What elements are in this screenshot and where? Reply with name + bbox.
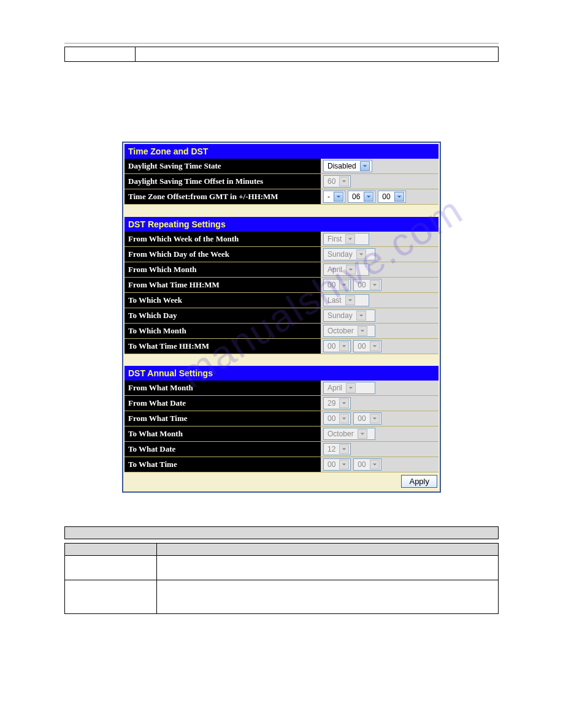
- select-from-month: April: [323, 264, 369, 276]
- settings-panel: Time Zone and DST Daylight Saving Time S…: [122, 142, 441, 493]
- select-from-time-hh-value: 00: [325, 281, 337, 289]
- label-from-week: From Which Week of the Month: [124, 232, 321, 247]
- select-to-week-value: Last: [325, 296, 343, 305]
- chevron-down-icon: [339, 176, 349, 186]
- chevron-down-icon: [370, 414, 380, 423]
- chevron-down-icon: [339, 414, 349, 423]
- chevron-down-icon: [339, 460, 349, 469]
- select-tz-mm[interactable]: 00: [378, 191, 405, 203]
- select-ann-to-date: 12: [323, 443, 351, 455]
- select-to-day-value: Sunday: [325, 311, 354, 320]
- chevron-down-icon: [356, 249, 366, 259]
- chevron-down-icon: [394, 192, 404, 202]
- select-ann-from-time-hh-value: 00: [325, 414, 337, 423]
- select-from-week: First: [323, 233, 369, 245]
- select-to-day: Sunday: [323, 309, 375, 322]
- chevron-down-icon: [339, 341, 349, 351]
- select-to-time-mm-value: 00: [355, 342, 367, 351]
- label-to-month: To Which Month: [124, 323, 321, 338]
- label-from-month: From Which Month: [124, 262, 321, 277]
- select-from-time-mm-value: 00: [355, 281, 367, 289]
- select-dst-offset: 60: [323, 175, 351, 188]
- select-ann-from-time-hh: 00: [323, 412, 351, 425]
- chevron-down-icon: [339, 398, 349, 408]
- select-from-day-value: Sunday: [325, 250, 354, 259]
- select-ann-to-date-value: 12: [325, 445, 337, 453]
- select-ann-to-time-hh: 00: [323, 458, 351, 471]
- select-ann-from-time-mm-value: 00: [355, 414, 367, 423]
- chevron-down-icon: [370, 460, 380, 469]
- select-from-time-mm: 00: [353, 279, 381, 291]
- chevron-down-icon: [356, 311, 366, 320]
- label-ann-to-date: To What Date: [124, 442, 321, 457]
- select-ann-from-time-mm: 00: [353, 412, 381, 425]
- label-dst-offset: Daylight Saving Time Offset in Minutes: [124, 174, 321, 189]
- select-tz-sign[interactable]: -: [323, 191, 345, 203]
- chevron-down-icon: [358, 429, 367, 439]
- label-ann-from-time: From What Time: [124, 411, 321, 427]
- label-to-week: To Which Week: [124, 292, 321, 308]
- select-tz-sign-value: -: [325, 192, 331, 201]
- chevron-down-icon: [346, 383, 356, 393]
- select-ann-to-time-mm: 00: [353, 458, 381, 471]
- label-to-day: To Which Day: [124, 308, 321, 323]
- top-empty-table: [64, 47, 499, 62]
- chevron-down-icon: [345, 234, 355, 244]
- select-to-time-hh-value: 00: [325, 342, 337, 351]
- select-ann-from-date: 29: [323, 397, 351, 409]
- label-ann-from-date: From What Date: [124, 396, 321, 411]
- label-ann-to-month: To What Month: [124, 427, 321, 442]
- select-ann-to-month: October: [323, 428, 375, 440]
- chevron-down-icon: [360, 161, 370, 171]
- chevron-down-icon: [358, 326, 367, 336]
- apply-button[interactable]: Apply: [401, 475, 437, 488]
- chevron-down-icon: [345, 295, 355, 305]
- label-ann-from-month: From What Month: [124, 381, 321, 396]
- chevron-down-icon: [339, 280, 349, 290]
- select-to-month: October: [323, 325, 375, 337]
- chevron-down-icon: [334, 192, 343, 202]
- section-header-annual: DST Annual Settings: [124, 366, 439, 381]
- chevron-down-icon: [364, 192, 373, 202]
- label-dst-state: Daylight Saving Time State: [124, 159, 321, 174]
- chevron-down-icon: [339, 444, 349, 454]
- label-ann-to-time: To What Time: [124, 457, 321, 472]
- select-from-time-hh: 00: [323, 279, 351, 291]
- bottom-gray-bar: [64, 526, 499, 539]
- divider: [64, 43, 499, 44]
- select-to-time-hh: 00: [323, 340, 351, 352]
- select-tz-hh[interactable]: 06: [348, 191, 375, 203]
- section-header-repeating: DST Repeating Settings: [124, 217, 439, 232]
- label-from-time: From What Time HH:MM: [124, 277, 321, 292]
- select-dst-state[interactable]: Disabled: [323, 160, 372, 172]
- select-to-time-mm: 00: [353, 340, 381, 352]
- select-ann-to-time-hh-value: 00: [325, 460, 337, 469]
- select-from-week-value: First: [325, 235, 343, 243]
- label-to-time: To What Time HH:MM: [124, 338, 321, 354]
- select-dst-offset-value: 60: [325, 177, 337, 186]
- select-ann-to-month-value: October: [325, 430, 355, 438]
- label-from-day: From Which Day of the Week: [124, 246, 321, 262]
- section-header-timezone: Time Zone and DST: [124, 144, 439, 159]
- select-ann-from-month: April: [323, 382, 375, 394]
- select-from-day: Sunday: [323, 248, 375, 260]
- chevron-down-icon: [346, 265, 356, 275]
- bottom-description-table: [64, 543, 499, 614]
- select-dst-state-value: Disabled: [325, 162, 358, 170]
- select-ann-to-time-mm-value: 00: [355, 460, 367, 469]
- select-ann-from-date-value: 29: [325, 399, 337, 408]
- select-to-month-value: October: [325, 327, 355, 335]
- select-tz-hh-value: 06: [350, 192, 361, 201]
- label-tz-offset: Time Zone Offset:from GMT in +/-HH:MM: [124, 189, 321, 205]
- select-tz-mm-value: 00: [380, 192, 391, 201]
- select-from-month-value: April: [325, 265, 343, 274]
- chevron-down-icon: [370, 280, 380, 290]
- select-to-week: Last: [323, 294, 369, 306]
- select-ann-from-month-value: April: [325, 384, 343, 392]
- chevron-down-icon: [370, 341, 380, 351]
